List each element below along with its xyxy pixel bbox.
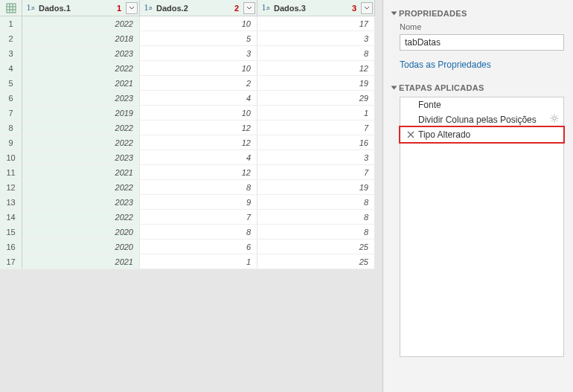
table-cell[interactable]: 19	[257, 76, 375, 90]
column-header-dados-2[interactable]: 123 Dados.2 2	[140, 0, 257, 16]
table-row[interactable]: 14202278	[0, 210, 375, 225]
table-cell[interactable]: 2022	[22, 61, 140, 75]
table-row[interactable]: 82022127	[0, 121, 375, 135]
table-row[interactable]: 62023429	[0, 91, 375, 106]
table-cell[interactable]: 29	[257, 91, 375, 105]
table-cell[interactable]: 7	[140, 210, 257, 224]
table-row[interactable]: 72019101	[0, 106, 375, 121]
row-index[interactable]: 2	[0, 31, 22, 45]
step-dividir-coluna[interactable]: Dividir Coluna pelas Posições	[400, 112, 563, 127]
table-row[interactable]: 120221017	[0, 16, 375, 31]
table-cell[interactable]: 8	[140, 180, 257, 194]
table-cell[interactable]: 12	[140, 121, 257, 135]
table-cell[interactable]: 10	[140, 106, 257, 120]
gear-icon[interactable]	[550, 114, 559, 125]
row-index[interactable]: 4	[0, 61, 22, 75]
table-cell[interactable]: 3	[140, 46, 257, 60]
table-cell[interactable]: 7	[257, 165, 375, 179]
table-cell[interactable]: 17	[257, 16, 375, 30]
table-corner-button[interactable]	[0, 0, 22, 16]
table-row[interactable]: 112021127	[0, 165, 375, 180]
delete-step-icon[interactable]	[406, 130, 415, 139]
row-index[interactable]: 9	[0, 135, 22, 150]
table-row[interactable]: 2201853	[0, 31, 375, 46]
table-cell[interactable]: 2023	[22, 195, 140, 209]
table-cell[interactable]: 10	[140, 16, 257, 30]
table-cell[interactable]: 5	[140, 31, 257, 45]
row-index[interactable]: 15	[0, 225, 22, 239]
table-cell[interactable]: 2022	[22, 16, 140, 30]
row-index[interactable]: 10	[0, 150, 22, 164]
row-index[interactable]: 11	[0, 165, 22, 179]
table-cell[interactable]: 2022	[22, 121, 140, 135]
row-index[interactable]: 17	[0, 254, 22, 269]
table-cell[interactable]: 3	[257, 150, 375, 164]
table-cell[interactable]: 2022	[22, 180, 140, 194]
table-cell[interactable]: 25	[257, 254, 375, 269]
column-header-dados-3[interactable]: 123 Dados.3 3	[257, 0, 375, 16]
table-cell[interactable]: 9	[140, 195, 257, 209]
step-fonte[interactable]: Fonte	[400, 97, 563, 112]
table-cell[interactable]: 19	[257, 180, 375, 194]
table-cell[interactable]: 2023	[22, 46, 140, 60]
table-row[interactable]: 13202398	[0, 195, 375, 210]
row-index[interactable]: 1	[0, 16, 22, 30]
row-index[interactable]: 8	[0, 121, 22, 135]
table-cell[interactable]: 8	[140, 225, 257, 239]
table-cell[interactable]: 2020	[22, 225, 140, 239]
column-header-dados-1[interactable]: 123 Dados.1 1	[22, 0, 140, 16]
table-cell[interactable]: 8	[257, 225, 375, 239]
table-cell[interactable]: 25	[257, 240, 375, 254]
table-cell[interactable]: 2021	[22, 165, 140, 179]
table-row[interactable]: 10202343	[0, 150, 375, 165]
row-index[interactable]: 14	[0, 210, 22, 224]
table-cell[interactable]: 2018	[22, 31, 140, 45]
table-row[interactable]: 15202088	[0, 225, 375, 240]
table-cell[interactable]: 2	[140, 76, 257, 90]
table-cell[interactable]: 7	[257, 121, 375, 135]
table-cell[interactable]: 2019	[22, 106, 140, 120]
table-row[interactable]: 420221012	[0, 61, 375, 76]
table-cell[interactable]: 10	[140, 61, 257, 75]
table-cell[interactable]: 6	[140, 240, 257, 254]
table-row[interactable]: 122022819	[0, 180, 375, 195]
table-cell[interactable]: 4	[140, 150, 257, 164]
table-row[interactable]: 162020625	[0, 240, 375, 254]
row-index[interactable]: 12	[0, 180, 22, 194]
table-cell[interactable]: 16	[257, 135, 375, 150]
row-index[interactable]: 7	[0, 106, 22, 120]
table-cell[interactable]: 12	[140, 135, 257, 150]
row-index[interactable]: 16	[0, 240, 22, 254]
filter-button[interactable]	[126, 2, 138, 14]
table-cell[interactable]: 2020	[22, 240, 140, 254]
applied-steps-section-header[interactable]: ETAPAS APLICADAS	[392, 83, 564, 92]
table-row[interactable]: 52021219	[0, 76, 375, 91]
row-index[interactable]: 13	[0, 195, 22, 209]
query-name-input[interactable]	[400, 34, 564, 51]
table-cell[interactable]: 12	[257, 61, 375, 75]
table-cell[interactable]: 2022	[22, 135, 140, 150]
table-cell[interactable]: 2023	[22, 91, 140, 105]
table-row[interactable]: 3202338	[0, 46, 375, 61]
table-cell[interactable]: 4	[140, 91, 257, 105]
table-cell[interactable]: 1	[140, 254, 257, 269]
row-index[interactable]: 3	[0, 46, 22, 60]
table-row[interactable]: 172021125	[0, 254, 375, 269]
table-cell[interactable]: 8	[257, 210, 375, 224]
step-tipo-alterado[interactable]: Tipo Alterado	[400, 127, 563, 142]
table-cell[interactable]: 12	[140, 165, 257, 179]
table-cell[interactable]: 1	[257, 106, 375, 120]
table-cell[interactable]: 8	[257, 46, 375, 60]
properties-section-header[interactable]: PROPRIEDADES	[392, 9, 564, 18]
table-cell[interactable]: 3	[257, 31, 375, 45]
row-index[interactable]: 5	[0, 76, 22, 90]
table-cell[interactable]: 2022	[22, 210, 140, 224]
table-row[interactable]: 920221216	[0, 135, 375, 150]
row-index[interactable]: 6	[0, 91, 22, 105]
table-cell[interactable]: 8	[257, 195, 375, 209]
table-cell[interactable]: 2023	[22, 150, 140, 164]
filter-button[interactable]	[361, 2, 373, 14]
filter-button[interactable]	[243, 2, 255, 14]
table-cell[interactable]: 2021	[22, 76, 140, 90]
table-cell[interactable]: 2021	[22, 254, 140, 269]
